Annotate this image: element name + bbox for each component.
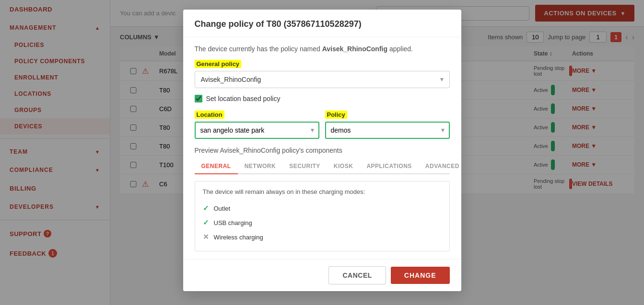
location-select-wrapper: san angelo state park ▼ [195,122,319,139]
charging-label: Wireless charging [214,234,263,241]
modal-footer: CANCEL CHANGE [183,259,461,291]
modal-header: Change policy of T80 (357867110528297) [183,10,461,37]
location-checkbox[interactable] [195,95,202,102]
x-icon: ✕ [203,233,209,241]
check-icon: ✓ [203,218,209,227]
tab-applications[interactable]: APPLICATIONS [360,159,418,174]
location-policy-row: Location san angelo state park ▼ Policy … [195,110,450,139]
charging-item-usb: ✓ USB charging [203,215,442,230]
change-button[interactable]: CHANGE [391,267,450,284]
general-policy-select-wrapper: Avisek_RhinoConfig demos default ▼ [195,71,450,88]
tab-security[interactable]: SECURITY [282,159,327,174]
tab-network[interactable]: NETWORK [238,159,283,174]
policy-select[interactable]: demos default Avisek_RhinoConfig [325,122,450,139]
policy-field-group: Policy demos default Avisek_RhinoConfig … [325,110,450,139]
check-icon: ✓ [203,204,209,213]
change-policy-modal: Change policy of T80 (357867110528297) T… [183,10,461,291]
charging-item-wireless: ✕ Wireless charging [203,230,442,244]
charging-item-outlet: ✓ Outlet [203,201,442,215]
tab-kiosk[interactable]: KIOSK [327,159,360,174]
tab-advanced[interactable]: ADVANCED [419,159,461,174]
general-policy-select[interactable]: Avisek_RhinoConfig demos default [195,71,450,88]
preview-title: Preview Avisek_RhinoConfig policy's comp… [195,147,450,154]
modal-description: The device currently has the policy name… [195,45,450,53]
charging-modes-panel: The device will remain always on in thes… [195,181,450,251]
general-policy-label: General policy [195,60,242,68]
cancel-button[interactable]: CANCEL [328,266,386,284]
tab-general[interactable]: GENERAL [195,159,238,174]
policy-label: Policy [325,111,347,119]
location-based-policy-row: Set location based policy [195,95,450,102]
location-select[interactable]: san angelo state park [195,122,319,139]
location-label: Location [195,111,224,119]
charging-modes-description: The device will remain always on in thes… [203,188,442,195]
modal-body: The device currently has the policy name… [183,37,461,259]
location-checkbox-label: Set location based policy [206,95,281,102]
modal-overlay: Change policy of T80 (357867110528297) T… [0,0,644,305]
policy-select-wrapper: demos default Avisek_RhinoConfig ▼ [325,122,450,139]
charging-label: Outlet [214,205,231,212]
policy-tabs: GENERAL NETWORK SECURITY KIOSK APPLICATI… [195,159,450,174]
charging-label: USB charging [214,219,252,226]
location-field-group: Location san angelo state park ▼ [195,110,319,139]
modal-title: Change policy of T80 (357867110528297) [195,19,450,29]
